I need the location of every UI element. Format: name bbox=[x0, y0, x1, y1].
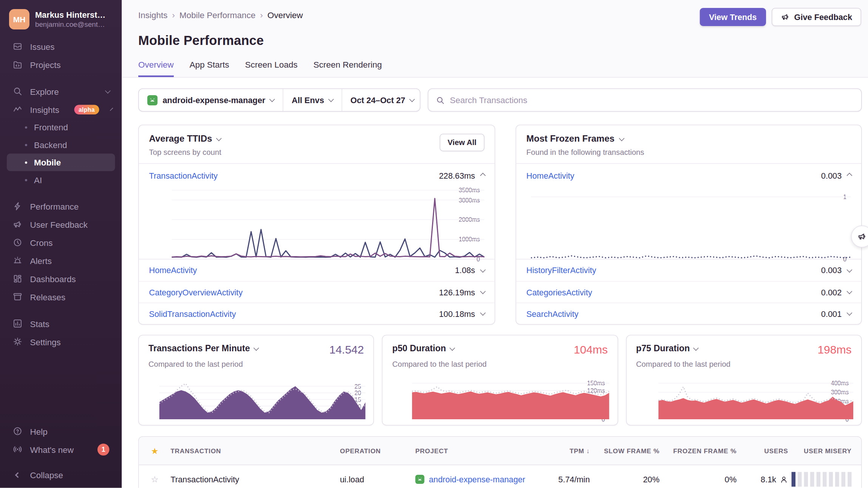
expanded-row-transaction-activity[interactable]: TransactionActivity 228.63ms bbox=[139, 164, 495, 188]
sidebar-item-label: Releases bbox=[30, 292, 66, 302]
breadcrumb: Insights › Mobile Performance › Overview bbox=[138, 8, 303, 20]
transaction-link[interactable]: HomeActivity bbox=[149, 266, 197, 275]
breadcrumb-separator: › bbox=[260, 10, 263, 20]
sidebar-item-whats-new[interactable]: What's new 1 bbox=[7, 440, 115, 459]
sidebar-item-performance[interactable]: Performance bbox=[7, 197, 115, 215]
give-feedback-button[interactable]: Give Feedback bbox=[771, 8, 861, 26]
sidebar: MH Markus Hinterst… benjamin.coe@sent… I… bbox=[0, 0, 122, 488]
panel-title-row[interactable]: Average TTIDs bbox=[149, 134, 221, 144]
sidebar-item-mobile[interactable]: Mobile bbox=[7, 154, 115, 171]
sidebar-item-insights[interactable]: Insights alpha bbox=[7, 100, 115, 119]
tab-screen-loads[interactable]: Screen Loads bbox=[245, 60, 298, 77]
p50-duration-card: p50 Duration 104ms Compared to the last … bbox=[382, 335, 618, 426]
sidebar-item-label: Insights bbox=[30, 105, 60, 114]
date-range-filter[interactable]: Oct 24–Oct 27 bbox=[341, 89, 423, 111]
transaction-link[interactable]: SolidTransactionActivity bbox=[149, 309, 236, 318]
whats-new-badge: 1 bbox=[97, 443, 110, 456]
sidebar-item-issues[interactable]: Issues bbox=[7, 37, 115, 56]
table-row: ☆ TransactionActivity ui.load android-ex… bbox=[139, 465, 862, 488]
stat-subtitle: Compared to the last period bbox=[139, 360, 374, 369]
transaction-link[interactable]: CategoryOverviewActivity bbox=[149, 287, 243, 297]
sidebar-item-label: User Feedback bbox=[30, 219, 88, 229]
megaphone-icon bbox=[12, 219, 23, 230]
project-filter[interactable]: android-expense-manager bbox=[139, 89, 283, 111]
breadcrumb-insights[interactable]: Insights bbox=[138, 10, 168, 20]
sidebar-item-projects[interactable]: Projects bbox=[7, 56, 115, 74]
sidebar-item-ai[interactable]: AI bbox=[7, 171, 115, 189]
transaction-link[interactable]: TransactionActivity bbox=[149, 171, 218, 181]
row-solid-transaction-activity[interactable]: SolidTransactionActivity 100.18ms bbox=[139, 303, 495, 324]
tpm-area-chart: 252015105 bbox=[144, 380, 366, 419]
sidebar-item-label: Projects bbox=[30, 60, 61, 69]
button-label: Give Feedback bbox=[794, 12, 852, 22]
chevron-down-icon bbox=[846, 310, 852, 315]
metric-value: 1.08s bbox=[455, 266, 475, 275]
star-filled-icon[interactable]: ★ bbox=[139, 446, 171, 456]
col-frozen-frame[interactable]: FROZEN FRAME % bbox=[673, 447, 737, 454]
metric-value: 0.003 bbox=[821, 171, 842, 181]
chevron-down-icon bbox=[846, 267, 852, 272]
metric-value: 228.63ms bbox=[439, 171, 475, 181]
sidebar-item-frontend[interactable]: Frontend bbox=[7, 119, 115, 136]
expanded-row-home-activity[interactable]: HomeActivity 0.003 bbox=[516, 164, 862, 188]
col-transaction[interactable]: TRANSACTION bbox=[171, 447, 340, 454]
tab-overview[interactable]: Overview bbox=[138, 60, 174, 77]
col-slow-frame[interactable]: SLOW FRAME % bbox=[604, 447, 659, 454]
row-home-activity[interactable]: HomeActivity 1.08s bbox=[139, 259, 495, 281]
transaction-link[interactable]: TransactionActivity bbox=[171, 475, 340, 484]
search-input[interactable] bbox=[450, 95, 854, 105]
sidebar-collapse-button[interactable]: Collapse bbox=[7, 465, 115, 485]
sidebar-item-crons[interactable]: Crons bbox=[7, 233, 115, 252]
p75-area-chart: 400ms300ms200ms100ms0 bbox=[631, 380, 853, 419]
operation-cell: ui.load bbox=[340, 475, 415, 484]
sidebar-item-stats[interactable]: Stats bbox=[7, 315, 115, 333]
tpm-cell: 5.74/min bbox=[558, 475, 590, 484]
sidebar-item-releases[interactable]: Releases bbox=[7, 288, 115, 306]
breadcrumb-overview: Overview bbox=[267, 10, 303, 20]
panel-title-row[interactable]: Most Frozen Frames bbox=[527, 134, 644, 144]
p75-duration-card: p75 Duration 198ms Compared to the last … bbox=[626, 335, 862, 426]
transaction-link[interactable]: HistoryFilterActivity bbox=[527, 266, 596, 275]
view-all-button[interactable]: View All bbox=[440, 134, 485, 151]
stat-title-row[interactable]: p75 Duration bbox=[636, 343, 698, 354]
sidebar-item-settings[interactable]: Settings bbox=[7, 333, 115, 351]
page-title: Mobile Performance bbox=[138, 33, 861, 48]
col-tpm-sorted[interactable]: TPM ↓ bbox=[570, 447, 590, 454]
environment-filter[interactable]: All Envs bbox=[283, 89, 341, 111]
sidebar-item-label: Collapse bbox=[30, 470, 63, 480]
view-trends-button[interactable]: View Trends bbox=[700, 8, 766, 26]
user-name: Markus Hinterst… bbox=[35, 10, 105, 19]
project-cell[interactable]: android-expense-manager bbox=[415, 475, 533, 484]
row-category-overview-activity[interactable]: CategoryOverviewActivity 126.19ms bbox=[139, 281, 495, 303]
col-project[interactable]: PROJECT bbox=[415, 447, 533, 454]
star-outline-icon[interactable]: ☆ bbox=[139, 474, 171, 485]
transaction-link[interactable]: SearchActivity bbox=[527, 309, 579, 318]
stat-title-row[interactable]: p50 Duration bbox=[392, 343, 454, 354]
sidebar-item-backend[interactable]: Backend bbox=[7, 136, 115, 154]
tab-app-starts[interactable]: App Starts bbox=[190, 60, 229, 77]
users-cell: 8.1k bbox=[761, 475, 788, 484]
stat-subtitle: Compared to the last period bbox=[383, 360, 617, 369]
sidebar-item-alerts[interactable]: Alerts bbox=[7, 252, 115, 270]
sidebar-item-help[interactable]: Help bbox=[7, 422, 115, 440]
breadcrumb-mobile-performance[interactable]: Mobile Performance bbox=[179, 10, 255, 20]
sidebar-item-user-feedback[interactable]: User Feedback bbox=[7, 215, 115, 233]
chevron-down-icon bbox=[846, 289, 852, 294]
col-users[interactable]: USERS bbox=[764, 447, 788, 454]
stat-title-row[interactable]: Transactions Per Minute bbox=[148, 343, 258, 354]
row-history-filter-activity[interactable]: HistoryFilterActivity 0.003 bbox=[516, 259, 862, 281]
users-count: 8.1k bbox=[761, 475, 776, 484]
row-categories-activity[interactable]: CategoriesActivity 0.002 bbox=[516, 281, 862, 303]
transaction-link[interactable]: CategoriesActivity bbox=[527, 287, 592, 297]
metric-value: 0.003 bbox=[821, 266, 842, 275]
sidebar-item-dashboards[interactable]: Dashboards bbox=[7, 270, 115, 288]
bullet-icon bbox=[25, 144, 27, 146]
row-search-activity[interactable]: SearchActivity 0.001 bbox=[516, 303, 862, 324]
project-link[interactable]: android-expense-manager bbox=[429, 475, 525, 484]
sidebar-item-explore[interactable]: Explore bbox=[7, 82, 115, 100]
user-menu[interactable]: MH Markus Hinterst… benjamin.coe@sent… bbox=[7, 7, 115, 37]
col-user-misery[interactable]: USER MISERY bbox=[804, 447, 851, 454]
col-operation[interactable]: OPERATION bbox=[340, 447, 415, 454]
transaction-link[interactable]: HomeActivity bbox=[527, 171, 575, 181]
tab-screen-rendering[interactable]: Screen Rendering bbox=[314, 60, 382, 77]
